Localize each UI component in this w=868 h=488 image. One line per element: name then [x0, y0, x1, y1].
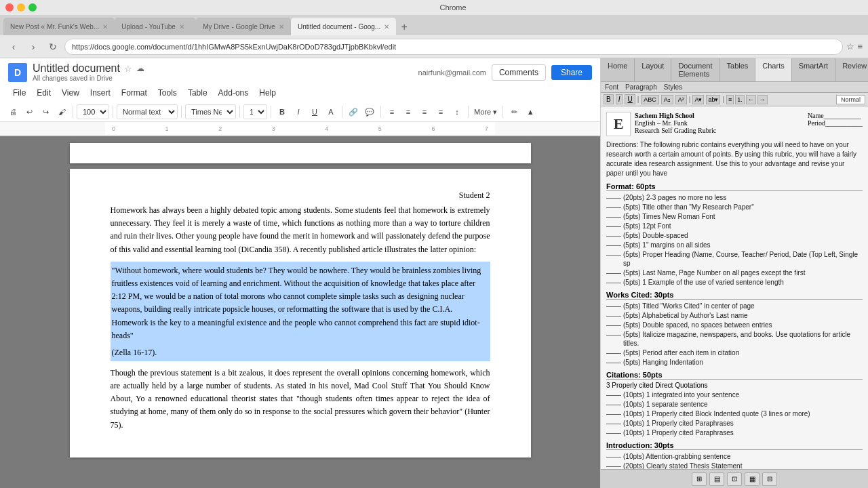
pencil-button[interactable]: ✏	[507, 104, 521, 119]
linespace-button[interactable]: ↕	[450, 104, 465, 119]
docs-title[interactable]: Untitled document	[33, 62, 120, 75]
main-area: D Untitled document ☆ ☁ All changes save…	[0, 58, 868, 488]
rp-indent-inc[interactable]: →	[757, 95, 768, 104]
comment-button[interactable]: 💬	[362, 104, 377, 119]
rp-tab-tables[interactable]: Tables	[720, 58, 756, 81]
rp-tab-charts[interactable]: Charts	[755, 58, 791, 81]
rubric-citations-3: (10pts) 1 Properly cited Block Indented …	[606, 409, 863, 418]
collapse-toolbar-button[interactable]: ▲	[523, 104, 538, 119]
undo-button[interactable]: ↩	[22, 104, 37, 119]
rp-tab-home[interactable]: Home	[601, 58, 635, 81]
rp-tab-doc-elements[interactable]: Document Elements	[671, 58, 719, 81]
paintformat-button[interactable]: 🖌	[54, 104, 69, 119]
rp-font-btn-b[interactable]: B	[604, 94, 614, 104]
align-right-button[interactable]: ≡	[417, 104, 432, 119]
rp-font-btn-sup[interactable]: A²	[675, 95, 687, 104]
bookmark-icon[interactable]: ☆	[846, 41, 854, 52]
tab-1-close[interactable]: ✕	[179, 23, 184, 30]
rp-style-normal[interactable]: Normal	[836, 95, 865, 104]
rp-list-ol[interactable]: 1.	[735, 95, 745, 104]
font-select[interactable]: Times New ...	[185, 104, 236, 119]
link-button[interactable]: 🔗	[346, 104, 361, 119]
underline-button[interactable]: U	[307, 104, 322, 119]
close-button[interactable]	[5, 3, 14, 12]
align-justify-button[interactable]: ≡	[433, 104, 448, 119]
menu-addons[interactable]: Add-ons	[214, 86, 254, 100]
docs-top: D Untitled document ☆ ☁ All changes save…	[0, 58, 600, 136]
rp-indent-dec[interactable]: ←	[746, 95, 756, 104]
rp-btn-3[interactable]: ⊡	[727, 472, 742, 486]
tab-1[interactable]: Upload - YouTube ✕	[115, 18, 196, 35]
docs-header: D Untitled document ☆ ☁ All changes save…	[0, 58, 600, 86]
maximize-button[interactable]	[28, 3, 37, 12]
more-button[interactable]: More ▾	[472, 104, 499, 119]
rp-btn-4[interactable]: ▦	[745, 472, 760, 486]
bold-button[interactable]: B	[275, 104, 290, 119]
tab-2[interactable]: My Drive - Google Drive ✕	[196, 18, 291, 35]
menu-file[interactable]: File	[8, 86, 31, 100]
new-tab-button[interactable]: +	[396, 19, 412, 35]
refresh-button[interactable]: ↻	[45, 39, 61, 55]
rp-tab-layout[interactable]: Layout	[635, 58, 671, 81]
ruler-mark-5: 5	[378, 125, 382, 132]
address-input[interactable]	[64, 39, 843, 55]
settings-icon[interactable]: ≡	[857, 41, 863, 52]
doc-scroll[interactable]: Student 2 Homework has always been a hig…	[0, 136, 600, 488]
browser-title: Chrome	[43, 3, 863, 12]
rp-font-btn-sub[interactable]: A₂	[661, 95, 673, 104]
rp-font-highlight-btn[interactable]: ab▾	[706, 95, 720, 104]
align-left-button[interactable]: ≡	[384, 104, 399, 119]
doc-page[interactable]: Student 2 Homework has always been a hig…	[70, 169, 531, 458]
rp-list-ul[interactable]: ≡	[726, 95, 734, 104]
menu-view[interactable]: View	[57, 86, 84, 100]
minimize-button[interactable]	[17, 3, 25, 12]
citation-text: (Zella 16-17).	[112, 348, 157, 357]
menu-tools[interactable]: Tools	[153, 86, 182, 100]
rp-content[interactable]: E Sachem High School English – Mr. Funk …	[601, 106, 868, 469]
rp-btn-1[interactable]: ⊞	[692, 472, 707, 486]
rubric-citations-intro: 3 Properly cited Direct Quotations	[606, 382, 863, 389]
tab-3[interactable]: Untitled document - Goog... ✕	[291, 18, 396, 35]
rp-tab-review[interactable]: Review	[835, 58, 868, 81]
rp-font-btn-u[interactable]: U	[625, 94, 635, 104]
rubric-cit-text-1: (10pts) 1 integrated into your sentence	[623, 390, 739, 399]
rp-font-color-btn[interactable]: A▾	[692, 95, 704, 104]
docs-star-icon[interactable]: ☆	[124, 64, 132, 74]
menu-table[interactable]: Table	[183, 86, 212, 100]
tab-0-close[interactable]: ✕	[102, 23, 108, 30]
align-center-button[interactable]: ≡	[401, 104, 416, 119]
rubric-works-line-4	[606, 353, 621, 354]
paragraph-2[interactable]: Though the previous statement is a bit z…	[111, 367, 490, 432]
blockquote-text: "Without homework, where would students …	[112, 266, 481, 340]
rp-btn-5[interactable]: ⊟	[762, 472, 777, 486]
rp-btn-2[interactable]: ▤	[709, 472, 724, 486]
menu-edit[interactable]: Edit	[32, 86, 56, 100]
paragraph-1[interactable]: Homework has always been a highly debate…	[111, 204, 490, 256]
rubric-intro-0: (10pts) Attention-grabbing sentence	[606, 452, 863, 461]
tab-3-close[interactable]: ✕	[384, 23, 389, 30]
size-select[interactable]: 12	[243, 104, 267, 119]
redo-button[interactable]: ↪	[38, 104, 53, 119]
back-button[interactable]: ‹	[5, 39, 22, 55]
print-button[interactable]: 🖨	[5, 104, 20, 119]
forward-button[interactable]: ›	[25, 39, 41, 55]
zoom-select[interactable]: 100%	[77, 104, 109, 119]
color-button[interactable]: A	[323, 104, 338, 119]
ruler-mark-0: 0	[112, 125, 115, 132]
rp-font-btn-abc[interactable]: ABC	[641, 95, 659, 104]
tab-0[interactable]: New Post « Mr. Funk's Web... ✕	[3, 18, 115, 35]
rp-font-btn-i[interactable]: I	[616, 94, 623, 104]
doc-blockquote[interactable]: "Without homework, where would students …	[111, 262, 490, 345]
menu-insert[interactable]: Insert	[85, 86, 115, 100]
rp-font-divider-1: |	[637, 96, 639, 103]
rubric-intro-title: Introduction: 30pts	[606, 441, 863, 450]
italic-button[interactable]: I	[291, 104, 306, 119]
comments-button[interactable]: Comments	[492, 64, 546, 81]
tab-2-close[interactable]: ✕	[279, 23, 284, 30]
share-button[interactable]: Share	[551, 65, 592, 80]
menu-help[interactable]: Help	[254, 86, 281, 100]
menu-format[interactable]: Format	[117, 86, 152, 100]
style-select[interactable]: Normal text	[117, 104, 178, 119]
rp-tab-smartart[interactable]: SmartArt	[792, 58, 835, 81]
rubric-works-line-0	[606, 306, 621, 307]
